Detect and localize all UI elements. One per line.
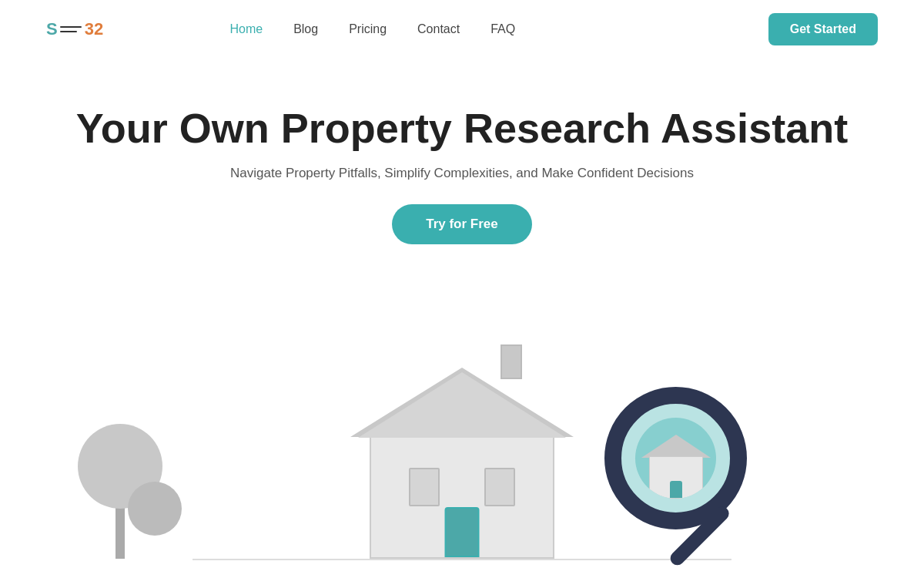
magnifier-house-peek [649, 456, 703, 499]
hero-subtitle: Navigate Property Pitfalls, Simplify Com… [15, 166, 909, 181]
house-roof-inner [358, 372, 566, 438]
hero-title: Your Own Property Research Assistant [15, 104, 909, 152]
nav-faq[interactable]: FAQ [490, 22, 515, 36]
nav-home[interactable]: Home [229, 22, 263, 36]
house-windows [371, 437, 553, 506]
hero-section: Your Own Property Research Assistant Nav… [0, 58, 924, 267]
chimney [500, 344, 522, 379]
tree-left [116, 489, 125, 559]
window-left [409, 468, 440, 506]
house-body [370, 435, 554, 559]
try-free-button[interactable]: Try for Free [392, 204, 532, 244]
hero-illustration [0, 283, 924, 560]
magnifier-roof-peek [641, 435, 711, 458]
tree-circle-small [128, 482, 182, 536]
nav-pricing[interactable]: Pricing [349, 22, 387, 36]
house [370, 435, 554, 559]
nav-links: Home Blog Pricing Contact FAQ [229, 22, 515, 36]
logo-s: S [46, 19, 57, 39]
nav-contact[interactable]: Contact [417, 22, 460, 36]
window-right [484, 468, 515, 506]
magnifier-fill [635, 418, 716, 499]
logo-lines [60, 26, 82, 32]
ground-line [192, 559, 732, 560]
navbar: S 32 Home Blog Pricing Contact FAQ Get S… [0, 0, 924, 58]
magnifying-glass [604, 387, 747, 529]
nav-blog[interactable]: Blog [293, 22, 318, 36]
illustration-wrapper [223, 291, 701, 560]
logo[interactable]: S 32 [46, 19, 103, 39]
logo-number: 32 [85, 19, 103, 39]
magnifier-door-peek [670, 481, 682, 498]
magnifier-circle [604, 387, 747, 529]
house-door [445, 507, 480, 557]
get-started-button[interactable]: Get Started [768, 13, 878, 45]
